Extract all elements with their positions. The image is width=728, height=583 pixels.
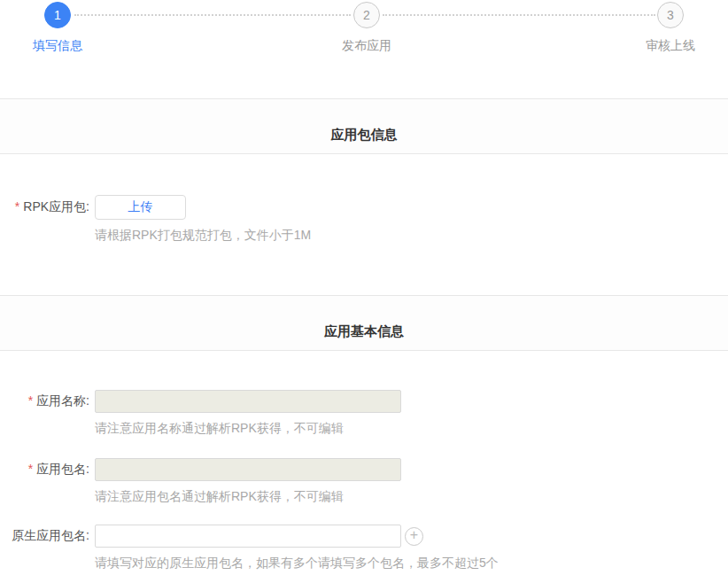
step-1-circle: 1 [44,2,71,28]
add-icon: + [410,528,418,542]
section-title: 应用包信息 [331,127,398,144]
app-name-helper: 请注意应用名称通过解析RPK获得，不可编辑 [95,421,728,437]
section-header-basic-info: 应用基本信息 [0,295,728,351]
app-package-label-text: 应用包名: [36,462,89,476]
upload-button[interactable]: 上传 [95,195,186,220]
stepper: 1 填写信息 2 发布应用 3 审核上线 [0,0,728,98]
app-package-label: *应用包名: [0,462,89,478]
step-publish-app[interactable]: 2 发布应用 [342,2,391,54]
app-name-label: *应用名称: [0,393,89,409]
field-app-name: *应用名称: 请注意应用名称通过解析RPK获得，不可编辑 [0,390,728,437]
add-package-name-button[interactable]: + [405,527,423,546]
app-name-label-text: 应用名称: [36,393,89,408]
section-title: 应用基本信息 [324,323,404,340]
rpk-package-label: *RPK应用包: [0,199,89,215]
app-package-input [95,458,401,481]
step-1-label: 填写信息 [33,38,82,54]
field-native-package-name: 原生应用包名: + 请填写对应的原生应用包名，如果有多个请填写多个包名，最多不超… [0,525,728,571]
required-mark: * [28,393,33,408]
field-rpk-package: *RPK应用包: 上传 请根据RPK打包规范打包，文件小于1M [0,195,728,244]
required-mark: * [15,199,19,214]
section-header-package-info: 应用包信息 [0,98,728,154]
rpk-package-helper: 请根据RPK打包规范打包，文件小于1M [95,228,728,244]
step-3-label: 审核上线 [646,38,695,54]
step-2-label: 发布应用 [342,38,391,54]
rpk-package-label-text: RPK应用包: [23,199,89,214]
app-package-helper: 请注意应用包名通过解析RPK获得，不可编辑 [95,489,728,505]
step-connector-line [74,14,351,16]
app-submission-page: 1 填写信息 2 发布应用 3 审核上线 应用包信息 *RPK应用包: 上传 请… [0,0,728,571]
step-review-online[interactable]: 3 审核上线 [646,2,695,54]
step-3-circle: 3 [657,2,684,28]
native-package-label-text: 原生应用包名: [12,528,89,542]
field-app-package-name: *应用包名: 请注意应用包名通过解析RPK获得，不可编辑 [0,458,728,505]
step-2-circle: 2 [353,2,380,28]
native-package-helper: 请填写对应的原生应用包名，如果有多个请填写多个包名，最多不超过5个 [95,556,728,571]
step-connector-line [383,14,655,16]
native-package-input[interactable] [95,525,401,548]
native-package-label: 原生应用包名: [0,528,89,544]
app-name-input [95,390,401,413]
step-fill-info[interactable]: 1 填写信息 [33,2,82,54]
required-mark: * [28,462,33,476]
